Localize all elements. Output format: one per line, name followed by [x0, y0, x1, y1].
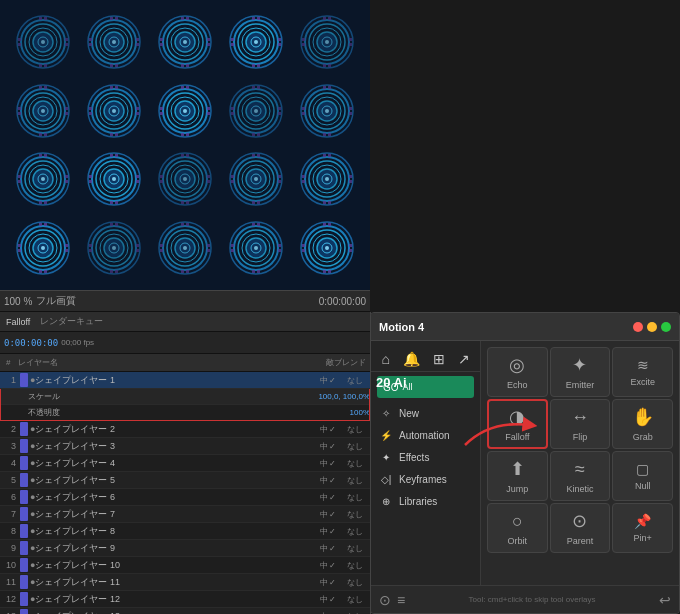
footer-icon-mid[interactable]: ≡	[397, 592, 405, 608]
svg-rect-39	[181, 64, 184, 67]
circle-icon	[293, 10, 360, 75]
lock-icon: 中	[320, 458, 328, 469]
motion-btn-null[interactable]: ▢ Null	[612, 451, 673, 501]
motion-btn-kinetic[interactable]: ≈ Kinetic	[550, 451, 611, 501]
svg-rect-178	[136, 175, 139, 178]
layer-action-icons: 中 ✓	[320, 577, 340, 588]
timeline-tab-render[interactable]: レンダーキュー	[40, 315, 103, 328]
footer-icon-left[interactable]: ⊙	[379, 592, 391, 608]
echo-label: Echo	[507, 380, 528, 390]
motion-btn-orbit[interactable]: ○ Orbit	[487, 503, 548, 553]
motion-btn-grab[interactable]: ✋ Grab	[612, 399, 673, 449]
arrow-icon[interactable]: ↗	[458, 351, 470, 367]
svg-rect-59	[278, 43, 281, 46]
svg-point-21	[112, 40, 116, 44]
maximize-button[interactable]	[661, 322, 671, 332]
lock-icon: 中	[320, 526, 328, 537]
circle-icon	[10, 79, 77, 144]
bell-icon[interactable]: 🔔	[403, 351, 420, 367]
svg-point-51	[254, 40, 258, 44]
parent-label: Parent	[567, 536, 594, 546]
layer-index: 5	[0, 475, 18, 485]
svg-rect-41	[160, 38, 163, 41]
svg-point-81	[41, 109, 45, 113]
table-row[interactable]: 11 ● シェイプレイヤー 11 中 ✓ なし	[0, 574, 370, 591]
table-row[interactable]: 5 ● シェイプレイヤー 5 中 ✓ なし	[0, 472, 370, 489]
footer-icon-right[interactable]: ↩	[659, 592, 671, 608]
motion-btn-pin[interactable]: 📌 Pin+	[612, 503, 673, 553]
svg-rect-175	[115, 201, 118, 204]
sidebar-item-new[interactable]: ✧ New	[371, 402, 480, 424]
svg-rect-209	[278, 180, 281, 183]
layer-mode: なし	[340, 611, 370, 615]
table-row[interactable]: 3 ● シェイプレイヤー 3 中 ✓ なし	[0, 438, 370, 455]
timeline-tab-falloff[interactable]: Falloff	[6, 317, 30, 327]
table-row[interactable]: 9 ● シェイプレイヤー 9 中 ✓ なし	[0, 540, 370, 557]
svg-point-186	[183, 177, 187, 181]
svg-rect-69	[323, 64, 326, 67]
table-row[interactable]: 8 ● シェイプレイヤー 8 中 ✓ なし	[0, 523, 370, 540]
effect-icon: ✓	[329, 376, 336, 385]
table-row[interactable]: 1 ● シェイプレイヤー 1 中 ✓ なし	[0, 372, 370, 389]
table-row[interactable]: 10 ● シェイプレイヤー 10 中 ✓ なし	[0, 557, 370, 574]
layer-mode: なし	[340, 475, 370, 486]
sidebar-item-libraries[interactable]: ⊕ Libraries	[371, 490, 480, 512]
svg-rect-296	[302, 244, 305, 247]
svg-rect-253	[136, 244, 139, 247]
table-row[interactable]: 12 ● シェイプレイヤー 12 中 ✓ なし	[0, 591, 370, 608]
svg-point-171	[112, 177, 116, 181]
motion-btn-parent[interactable]: ⊙ Parent	[550, 503, 611, 553]
table-row[interactable]: 2 ● シェイプレイヤー 2 中 ✓ なし	[0, 421, 370, 438]
close-button[interactable]	[633, 322, 643, 332]
minimize-button[interactable]	[647, 322, 657, 332]
layer-color-swatch	[20, 422, 28, 436]
orbit-label: Orbit	[508, 536, 528, 546]
motion-btn-echo[interactable]: ◎ Echo	[487, 347, 548, 397]
svg-rect-172	[110, 154, 113, 157]
layer-action-icons: 中 ✓	[320, 458, 340, 469]
table-row[interactable]: 6 ● シェイプレイヤー 6 中 ✓ なし	[0, 489, 370, 506]
svg-rect-9	[39, 64, 42, 67]
kinetic-icon: ≈	[575, 459, 585, 480]
home-icon[interactable]: ⌂	[381, 351, 389, 367]
motion-search[interactable]: GO All	[377, 376, 474, 398]
motion-btn-flip[interactable]: ↔ Flip	[550, 399, 611, 449]
svg-rect-284	[278, 249, 281, 252]
svg-rect-98	[115, 86, 118, 89]
sidebar-item-automation[interactable]: ⚡ Automation	[371, 424, 480, 446]
sidebar-item-keyframes[interactable]: ◇| Keyframes	[371, 468, 480, 490]
motion-btn-falloff[interactable]: ◑ Falloff	[487, 399, 548, 449]
svg-rect-52	[252, 17, 255, 20]
motion-btn-emitter[interactable]: ✦ Emitter	[550, 347, 611, 397]
layer-index: 6	[0, 492, 18, 502]
svg-rect-248	[115, 223, 118, 226]
svg-rect-158	[44, 154, 47, 157]
svg-point-276	[254, 246, 258, 250]
layer-name-text: シェイプレイヤー 1	[35, 374, 320, 387]
svg-rect-249	[110, 270, 113, 273]
circle-icon	[293, 147, 360, 212]
table-row[interactable]: 7 ● シェイプレイヤー 7 中 ✓ なし	[0, 506, 370, 523]
preview-toolbar: 100 % フル画質 0:00:00:00	[0, 290, 370, 312]
null-icon: ▢	[636, 461, 649, 477]
svg-rect-252	[89, 249, 92, 252]
svg-rect-238	[65, 244, 68, 247]
search-go-icon: GO	[383, 382, 399, 393]
svg-rect-220	[328, 201, 331, 204]
layer-mode: なし	[340, 526, 370, 537]
layer-name-text: シェイプレイヤー 2	[35, 423, 320, 436]
scale-label: スケール	[28, 391, 318, 402]
svg-rect-22	[110, 17, 113, 20]
motion-btn-jump[interactable]: ⬆ Jump	[487, 451, 548, 501]
table-row[interactable]: 4 ● シェイプレイヤー 4 中 ✓ なし	[0, 455, 370, 472]
grid-icon[interactable]: ⊞	[433, 351, 445, 367]
motion-panel[interactable]: Motion 4 ⌂ 🔔 ⊞ ↗ GO All ✧ New	[370, 312, 680, 614]
sidebar-item-effects[interactable]: ✦ Effects	[371, 446, 480, 468]
check-icon: ✓	[329, 442, 336, 451]
timeline-tab-bar: Falloff レンダーキュー	[0, 312, 370, 332]
check-icon: ✓	[329, 544, 336, 553]
circle-icon	[81, 216, 148, 281]
layer-action-icons: 中 ✓	[320, 475, 340, 486]
motion-btn-excite[interactable]: ≋ Excite	[612, 347, 673, 397]
table-row[interactable]: 13 ● シェイプレイヤー 13 中 ✓ なし	[0, 608, 370, 614]
